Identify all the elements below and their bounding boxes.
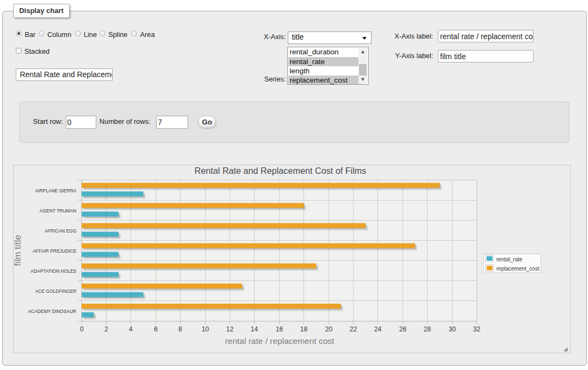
svg-text:2: 2 (104, 325, 108, 333)
svg-text:AFFAIR PREJUDICE: AFFAIR PREJUDICE (33, 248, 77, 254)
svg-text:film title: film title (13, 235, 23, 266)
svg-text:28: 28 (424, 325, 431, 333)
svg-text:AIRPLANE SIERRA: AIRPLANE SIERRA (35, 188, 76, 193)
svg-text:14: 14 (251, 325, 258, 333)
svg-text:12: 12 (226, 325, 234, 333)
svg-text:Rental Rate and Replacement Co: Rental Rate and Replacement Cost of Film… (195, 166, 367, 175)
svg-text:26: 26 (399, 325, 407, 333)
svg-text:24: 24 (374, 325, 382, 333)
svg-text:rental_rate: rental_rate (497, 256, 523, 262)
svg-text:AFRICAN EGG: AFRICAN EGG (45, 228, 77, 234)
svg-text:ADAPTATION HOLES: ADAPTATION HOLES (30, 268, 77, 274)
svg-text:ACADEMY DINOSAUR: ACADEMY DINOSAUR (28, 309, 76, 314)
svg-text:6: 6 (154, 325, 158, 333)
svg-text:18: 18 (300, 325, 308, 333)
svg-text:rental rate / replacement cost: rental rate / replacement cost (225, 336, 335, 346)
svg-text:30: 30 (449, 325, 456, 333)
svg-text:4: 4 (129, 325, 133, 333)
svg-text:10: 10 (202, 325, 209, 333)
svg-text:16: 16 (276, 325, 283, 333)
svg-text:replacement_cost: replacement_cost (497, 266, 540, 272)
svg-text:20: 20 (325, 325, 333, 333)
svg-text:AGENT TRUMAN: AGENT TRUMAN (40, 208, 77, 214)
svg-text:32: 32 (473, 325, 481, 333)
svg-text:ACE GOLDFINGER: ACE GOLDFINGER (35, 289, 76, 294)
svg-text:8: 8 (178, 325, 182, 333)
svg-text:22: 22 (350, 325, 357, 333)
svg-text:0: 0 (80, 325, 84, 333)
